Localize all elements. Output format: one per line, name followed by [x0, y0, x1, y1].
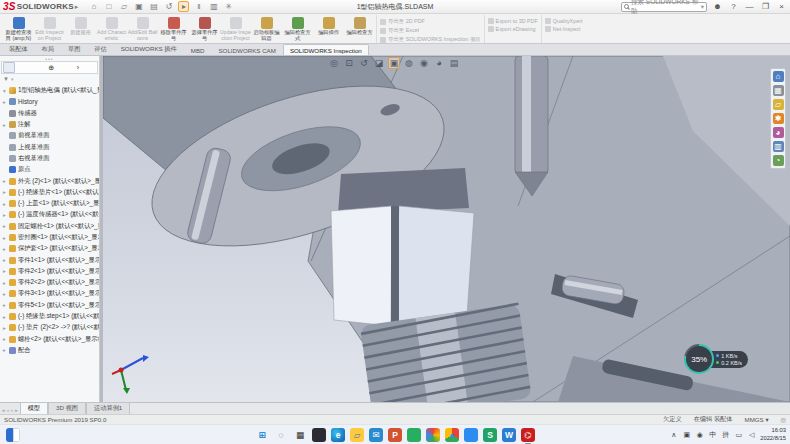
featuremanager-tab-icon[interactable]	[3, 62, 15, 73]
tree-item[interactable]: ▸ (-) 上盖<1> (默认<<默认>_显示状	[0, 198, 99, 209]
expand-arrow-icon[interactable]: ▸	[2, 302, 7, 308]
tree-item[interactable]: ▸ 零件2<1> (默认<<默认>_显示状	[0, 266, 99, 277]
tree-root-assembly[interactable]: ▾ 1型铝轴热电偶 (默认<默认_显示状态-1	[0, 85, 99, 96]
dimxpertmanager-tab-icon[interactable]: ⊕	[42, 62, 54, 73]
tree-item[interactable]: ▸ (-) 绝缘垫.step<1> (默认<<默认>	[0, 311, 99, 322]
edit-inspection-button[interactable]: 编辑检查方	[344, 15, 375, 43]
units-selector[interactable]: MMGS ▾	[745, 416, 769, 423]
help-button[interactable]: ?	[728, 1, 739, 12]
start-button[interactable]: ⊞	[255, 428, 269, 442]
save-icon[interactable]: ▣	[133, 1, 144, 12]
panel-tabs-overflow-icon[interactable]: ›	[68, 62, 80, 73]
expand-arrow-icon[interactable]: ▸	[2, 212, 7, 218]
ribbon-menu-item[interactable]: QualityXpert	[545, 18, 583, 24]
ribbon-menu-item[interactable]: 导出至 SOLIDWORKS Inspection 项目	[380, 36, 481, 43]
model-tab[interactable]: 3D 视图	[48, 402, 86, 414]
status-tag-icon[interactable]: ◎	[781, 416, 786, 423]
powerpoint-icon[interactable]: P	[388, 428, 402, 442]
expand-arrow-icon[interactable]: ▸	[2, 99, 7, 105]
widgets-button[interactable]	[6, 428, 20, 442]
expand-arrow-icon[interactable]: ▾	[2, 88, 7, 94]
tree-item[interactable]: ▸ 右视基准面	[0, 153, 99, 164]
tree-item[interactable]: ▸ 外壳 (2)<1> (默认<<默认>_显示状	[0, 175, 99, 186]
tree-item[interactable]: ▸ 零件1<1> (默认<<默认>_显示状态	[0, 254, 99, 265]
expand-arrow-icon[interactable]: ▸	[2, 314, 7, 320]
section-view-icon[interactable]: ◪	[373, 57, 385, 69]
tree-item[interactable]: ▸ 螺栓<2> (默认<<默认>_显示状态	[0, 334, 99, 345]
taskbar-clock[interactable]: 16:03 2022/8/15	[760, 427, 786, 441]
expand-arrow-icon[interactable]: ▸	[2, 325, 7, 331]
ribbon-menu-item[interactable]: 导出至 Excel	[380, 27, 481, 34]
colorful-browser-icon[interactable]	[426, 428, 440, 442]
tray-app-icon[interactable]: ◉	[695, 429, 704, 441]
options-gear-icon[interactable]: ✳	[223, 1, 234, 12]
expand-arrow-icon[interactable]: ▸	[2, 122, 7, 128]
home-icon[interactable]: ⌂	[88, 1, 99, 12]
tree-item[interactable]: ▸ 零件3<1> (默认<<默认>_显示状	[0, 288, 99, 299]
appearances-icon[interactable]: ◕	[773, 127, 784, 138]
update-inspection-project-button[interactable]: Update Inspection Project	[220, 15, 251, 43]
mail-icon[interactable]: ✉	[369, 428, 383, 442]
tree-item[interactable]: ▸ History	[0, 96, 99, 107]
new-inspection-project-button[interactable]: 新建检查项目 (amp;N)	[3, 15, 34, 43]
displaymanager-tab-icon[interactable]	[55, 62, 67, 73]
tree-item[interactable]: ▸ 保护套<1> (默认<<默认>_显示状	[0, 243, 99, 254]
appearance-icon[interactable]: ▥	[208, 1, 219, 12]
add-characteristic-button[interactable]: Add Characteristic	[96, 15, 127, 43]
onedrive-icon[interactable]: ▣	[682, 429, 691, 441]
ribbon-menu-item[interactable]: Net-Inspect	[545, 26, 583, 32]
ribbon-menu-item[interactable]: Export to 3D PDF	[488, 18, 538, 24]
s-green-app-icon[interactable]: S	[483, 428, 497, 442]
design-library-icon[interactable]: ▦	[773, 85, 784, 96]
tree-item[interactable]: ▸ 前视基准面	[0, 130, 99, 141]
toolbox-icon[interactable]: ✱	[773, 113, 784, 124]
blue-app-icon[interactable]	[464, 428, 478, 442]
search-button[interactable]: ◌	[274, 428, 288, 442]
command-tab[interactable]: SOLIDWORKS Inspection	[283, 44, 369, 55]
wps-icon[interactable]: W	[502, 428, 516, 442]
monitor-widget[interactable]: 35% 1 KB/s 0.2 KB/s	[684, 344, 748, 374]
search-dropdown-icon[interactable]: ▾	[701, 3, 704, 11]
tree-item[interactable]: ▸ 传感器	[0, 108, 99, 119]
tree-item[interactable]: ▸ 原点	[0, 164, 99, 175]
file-explorer-taskbar-icon[interactable]: ▱	[350, 428, 364, 442]
expand-arrow-icon[interactable]: ▸	[2, 268, 7, 274]
expand-arrow-icon[interactable]: ▸	[2, 246, 7, 252]
ime-mode-indicator[interactable]: 拼	[721, 429, 730, 441]
restore-button[interactable]: ❐	[760, 1, 771, 12]
model-tab[interactable]: 运动算例1	[86, 402, 130, 414]
tree-item[interactable]: ▸ 固定螺栓<1> (默认<<默认>_显示	[0, 221, 99, 232]
model-tab[interactable]: 模型	[20, 402, 48, 414]
expand-arrow-icon[interactable]: ▸	[2, 178, 7, 184]
solidworks-taskbar-icon[interactable]: ⌬	[521, 428, 535, 442]
configurationmanager-tab-icon[interactable]	[29, 62, 41, 73]
green-app-icon[interactable]	[407, 428, 421, 442]
tree-item[interactable]: ▸ (-) 温度传感器<1> (默认<<默认>_	[0, 209, 99, 220]
dark-app-icon[interactable]	[312, 428, 326, 442]
ribbon-menu-item[interactable]: Export eDrawing	[488, 26, 538, 32]
new-spec-button[interactable]: 新建规格	[65, 15, 96, 43]
graphics-viewport[interactable]: ◎⊡↺◪▣◍◉◕▤ ⌂▦▱✱◕▥◔	[103, 56, 790, 402]
select-icon[interactable]: ▸	[178, 1, 189, 12]
file-explorer-icon[interactable]: ▱	[773, 99, 784, 110]
expand-arrow-icon[interactable]: ▸	[2, 280, 7, 286]
select-balloons-button[interactable]: 选择零件序号	[189, 15, 220, 43]
print-icon[interactable]: ▤	[148, 1, 159, 12]
expand-arrow-icon[interactable]: ▸	[2, 347, 7, 353]
remove-balloons-button[interactable]: 移除零件序号	[158, 15, 189, 43]
edit-appearance-icon[interactable]: ◕	[433, 57, 445, 69]
command-tab[interactable]: SOLIDWORKS CAM	[211, 44, 282, 55]
rebuild-icon[interactable]: ‖	[193, 1, 204, 12]
tray-chevron-icon[interactable]: ∧	[669, 429, 678, 441]
expand-arrow-icon[interactable]: ▸	[2, 235, 7, 241]
view-settings-icon[interactable]: ▤	[448, 57, 460, 69]
edge-icon[interactable]: e	[331, 428, 345, 442]
login-user-icon[interactable]: ☻	[712, 1, 723, 12]
edit-operations-button[interactable]: 编辑操作	[313, 15, 344, 43]
expand-arrow-icon[interactable]: ▸	[2, 223, 7, 229]
propertymanager-tab-icon[interactable]	[16, 62, 28, 73]
expand-arrow-icon[interactable]: ▸	[2, 291, 7, 297]
task-view-button[interactable]: ▦	[293, 428, 307, 442]
launch-template-editor-button[interactable]: 启动模板编辑器	[251, 15, 282, 43]
custom-properties-icon[interactable]: ▥	[773, 141, 784, 152]
